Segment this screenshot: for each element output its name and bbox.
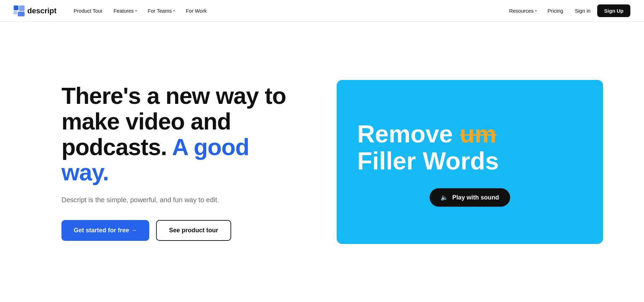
features-chevron-icon: ▾ [135, 9, 137, 13]
hero-heading-line3: podcasts. [61, 134, 167, 160]
hero-cta: Get started for free → See product tour [61, 220, 294, 241]
nav-resources[interactable]: Resources ▾ [504, 5, 542, 16]
hero-heading-line2: make video and [61, 108, 231, 134]
nav-product-tour[interactable]: Product Tour [69, 5, 108, 16]
nav-pricing-label: Pricing [548, 8, 563, 14]
sign-in-button[interactable]: Sign in [569, 5, 596, 16]
get-started-button[interactable]: Get started for free → [61, 220, 149, 241]
hero-heading: There's a new way to make video and podc… [61, 83, 294, 185]
for-teams-chevron-icon: ▾ [173, 9, 175, 13]
logo-icon [14, 5, 25, 16]
feature-card-heading: Remove um Filler Words [357, 121, 583, 175]
resources-chevron-icon: ▾ [535, 9, 537, 13]
nav-pricing[interactable]: Pricing [543, 5, 568, 16]
svg-rect-0 [14, 5, 18, 10]
speaker-icon: 🔈 [440, 194, 448, 201]
svg-rect-1 [19, 5, 25, 11]
play-with-sound-button[interactable]: 🔈 Play with sound [430, 188, 510, 207]
sign-up-button[interactable]: Sign Up [597, 4, 630, 17]
svg-rect-3 [18, 12, 25, 16]
svg-rect-2 [14, 11, 17, 14]
logo[interactable]: descript [14, 5, 57, 16]
nav-for-work-label: For Work [186, 8, 207, 14]
play-label: Play with sound [452, 194, 499, 201]
see-product-tour-button[interactable]: See product tour [156, 220, 231, 241]
nav-for-teams[interactable]: For Teams ▾ [143, 5, 180, 16]
nav-features[interactable]: Features ▾ [109, 5, 141, 16]
hero-section: There's a new way to make video and podc… [0, 22, 644, 302]
nav-product-tour-label: Product Tour [74, 8, 103, 14]
feature-strikethrough-text: um [460, 120, 496, 148]
hero-right: Remove um Filler Words 🔈 Play with sound [321, 80, 603, 244]
nav-for-work[interactable]: For Work [181, 5, 211, 16]
navbar: descript Product Tour Features ▾ For Tea… [0, 0, 644, 22]
hero-subtext: Descript is the simple, powerful, and fu… [61, 195, 294, 205]
nav-left: Product Tour Features ▾ For Teams ▾ For … [69, 5, 504, 16]
nav-right: Resources ▾ Pricing Sign in Sign Up [504, 4, 630, 17]
feature-filler-words-text: Filler Words [357, 147, 499, 175]
logo-text: descript [27, 6, 57, 15]
nav-features-label: Features [113, 8, 134, 14]
feature-remove-text: Remove [357, 120, 453, 148]
feature-card: Remove um Filler Words 🔈 Play with sound [337, 80, 603, 244]
hero-heading-line1: There's a new way to [61, 83, 286, 109]
nav-resources-label: Resources [509, 8, 534, 14]
nav-for-teams-label: For Teams [148, 8, 172, 14]
hero-left: There's a new way to make video and podc… [61, 83, 294, 241]
